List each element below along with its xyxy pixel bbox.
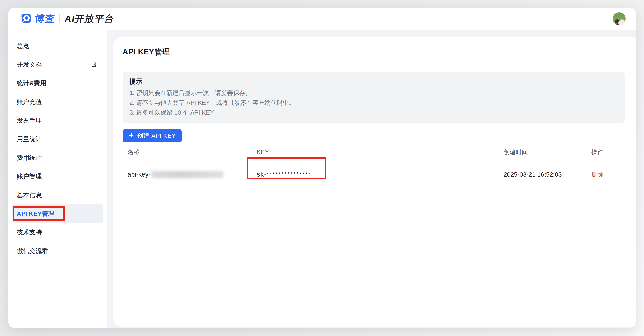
tip-line: 1. 密钥只会在新建后显示一次，请妥善保存。: [130, 88, 618, 98]
title-divider: [122, 63, 625, 63]
table-row: api-key- sk-*************** 2025-03-21 1…: [122, 162, 625, 187]
sidebar-item-invoice-management[interactable]: 发票管理: [12, 111, 103, 130]
delete-link[interactable]: 删除: [591, 171, 604, 178]
sidebar-item-overview[interactable]: 总览: [12, 37, 103, 55]
page-background: { "header": { "brand_name": "博查", "brand…: [0, 0, 644, 336]
sidebar-item-label: 微信交流群: [17, 247, 48, 255]
sidebar-section-label: 技术支持: [17, 228, 42, 237]
sidebar-section-stats-billing: 统计&费用: [12, 74, 103, 93]
cell-created-time: 2025-03-21 16:52:03: [501, 171, 587, 178]
sidebar-item-label: 总览: [17, 42, 29, 50]
column-header-action: 操作: [587, 148, 624, 156]
sidebar-item-label: 账户充值: [17, 98, 42, 106]
column-header-key: KEY: [254, 149, 501, 156]
redacted-name-blur: [152, 171, 224, 178]
sidebar-section-label: 账户管理: [17, 172, 42, 181]
main-area: API KEY管理 提示 1. 密钥只会在新建后显示一次，请妥善保存。 2. 请…: [107, 30, 636, 328]
tip-line: 2. 请不要与他人共享 API KEY，或将其暴露在客户端代码中。: [130, 98, 618, 108]
body-layout: 总览 开发文档 统计&费用 账户充值 发票管理: [8, 30, 636, 328]
external-link-icon: [91, 62, 96, 67]
sidebar-item-usage-stats[interactable]: 用量统计: [12, 130, 103, 148]
sidebar-item-label: API KEY管理: [17, 210, 54, 218]
tips-box: 提示 1. 密钥只会在新建后显示一次，请妥善保存。 2. 请不要与他人共享 AP…: [122, 72, 625, 123]
sidebar-item-basic-info[interactable]: 基本信息: [12, 186, 103, 205]
sidebar-item-label: 开发文档: [17, 60, 42, 69]
brand-suffix: AI开放平台: [64, 13, 115, 25]
sidebar-item-api-key-management[interactable]: API KEY管理: [12, 205, 103, 223]
brand-divider: [60, 15, 60, 23]
sidebar-item-label: 基本信息: [17, 191, 42, 199]
app-window: 博查 AI开放平台 总览 开发文档 统计&费用: [8, 8, 636, 328]
sidebar: 总览 开发文档 统计&费用 账户充值 发票管理: [8, 30, 107, 328]
user-avatar[interactable]: [613, 12, 626, 25]
tip-line: 3. 最多可以保留 10 个 API KEY。: [130, 108, 618, 117]
topbar: 博查 AI开放平台: [8, 8, 636, 30]
table-header: 名称 KEY 创建时间 操作: [122, 142, 625, 162]
sidebar-item-label: 用量统计: [17, 135, 42, 143]
sidebar-item-label: 费用统计: [17, 153, 42, 162]
sidebar-section-tech-support: 技术支持: [12, 223, 103, 242]
sidebar-item-wechat-group[interactable]: 微信交流群: [12, 242, 103, 260]
sidebar-item-account-recharge[interactable]: 账户充值: [12, 93, 103, 111]
create-api-key-label: 创建 API KEY: [137, 131, 176, 140]
bocha-logo-icon: [18, 13, 31, 25]
sidebar-item-dev-docs[interactable]: 开发文档: [12, 55, 103, 74]
api-key-name-prefix: api-key-: [128, 171, 150, 178]
cell-api-key-name: api-key-: [122, 171, 254, 178]
cell-api-key-value: sk-***************: [254, 171, 501, 178]
content-card: API KEY管理 提示 1. 密钥只会在新建后显示一次，请妥善保存。 2. 请…: [113, 37, 636, 327]
masked-key-text: sk-***************: [257, 171, 311, 178]
brand: 博查 AI开放平台: [18, 12, 114, 25]
tips-title: 提示: [130, 78, 618, 85]
page-title: API KEY管理: [122, 47, 625, 57]
sidebar-section-account-management: 账户管理: [12, 167, 103, 186]
sidebar-section-label: 统计&费用: [17, 79, 46, 88]
create-api-key-button[interactable]: + 创建 API KEY: [122, 129, 182, 142]
column-header-created-time: 创建时间: [501, 148, 587, 156]
sidebar-item-label: 发票管理: [17, 116, 42, 125]
column-header-name: 名称: [122, 148, 254, 156]
brand-name: 博查: [34, 12, 56, 25]
sidebar-item-cost-stats[interactable]: 费用统计: [12, 148, 103, 167]
cell-action: 删除: [587, 170, 624, 179]
